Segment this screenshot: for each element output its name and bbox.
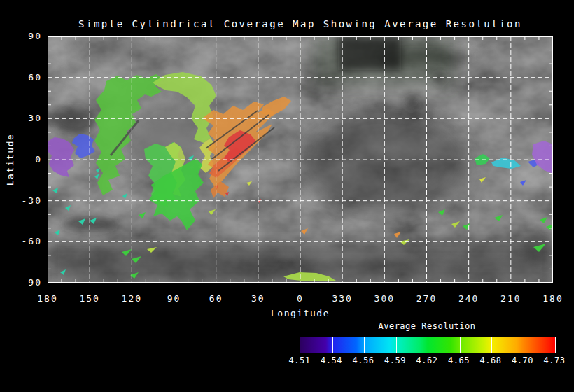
x-tick-label: 240 — [458, 293, 479, 304]
colorbar-tick-label: 4.68 — [480, 356, 502, 365]
y-tick-label: 60 — [0, 72, 42, 83]
x-tick-label: 150 — [79, 293, 99, 304]
x-tick-label: 300 — [374, 293, 395, 304]
x-tick-label: 210 — [500, 293, 521, 304]
colorbar-divider — [332, 337, 333, 353]
x-tick-label: 330 — [332, 293, 352, 304]
x-tick-label: 60 — [209, 293, 223, 304]
colorbar-tick-label: 4.59 — [384, 356, 406, 365]
colorbar-tick-label: 4.70 — [512, 356, 533, 365]
colorbar-tick-label: 4.54 — [321, 356, 342, 365]
chart-title: Simple Cylindrical Coverage Map Showing … — [48, 18, 553, 29]
y-tick-label: -90 — [0, 277, 42, 288]
colorbar-divider — [428, 337, 428, 353]
colorbar-tick-label: 4.62 — [416, 356, 438, 365]
x-axis-label: Longitude — [271, 308, 330, 318]
colorbar-tick-label: 4.73 — [544, 356, 566, 365]
y-tick-label: 30 — [0, 113, 42, 123]
x-tick-label: 90 — [167, 293, 181, 304]
colorbar-tick-label: 4.51 — [289, 356, 311, 365]
colorbar-tick-label: 4.56 — [353, 356, 374, 365]
colorbar-tick-labels: 4.514.544.564.594.624.654.684.704.73 — [300, 356, 554, 367]
colorbar-divider — [396, 337, 397, 353]
x-tick-label: 270 — [416, 293, 437, 304]
colorbar-divider — [460, 337, 461, 353]
y-tick-label: 90 — [0, 31, 42, 41]
y-tick-label: -60 — [0, 236, 42, 246]
colorbar-divider — [364, 337, 365, 353]
colorbar-title: Average Resolution — [300, 321, 554, 331]
colorbar-divider — [491, 337, 492, 353]
coverage-map — [48, 36, 553, 283]
y-tick-label: -30 — [0, 195, 42, 206]
map-plot-area — [48, 36, 553, 283]
x-tick-label: 180 — [37, 293, 57, 304]
colorbar — [300, 337, 556, 354]
coverage-map-figure: Simple Cylindrical Coverage Map Showing … — [0, 0, 574, 392]
y-tick-label: 0 — [0, 154, 42, 164]
colorbar-divider — [524, 337, 524, 353]
x-tick-label: 120 — [122, 293, 142, 304]
colorbar-tick-label: 4.65 — [448, 356, 470, 365]
x-tick-label: 180 — [542, 293, 563, 304]
x-tick-label: 30 — [251, 293, 265, 304]
x-tick-label: 0 — [297, 293, 304, 304]
